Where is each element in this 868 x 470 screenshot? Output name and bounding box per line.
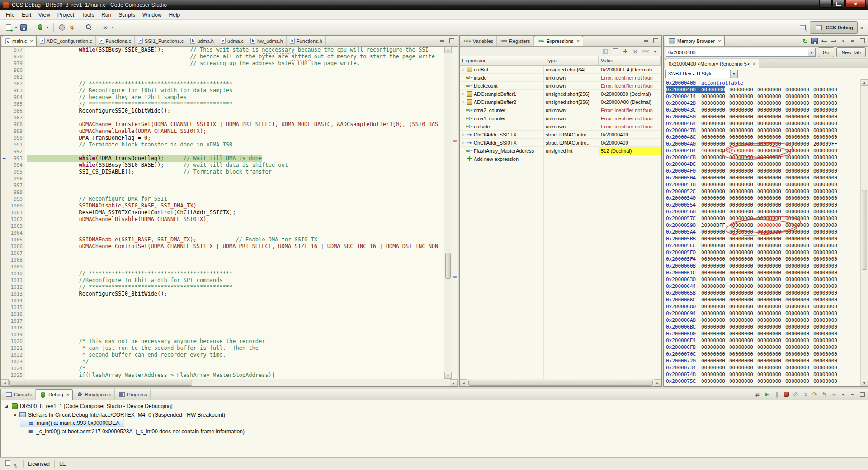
memory-word[interactable]: 00000000 [813, 161, 837, 168]
scrollbar-thumb[interactable] [468, 380, 653, 386]
memory-address[interactable]: 0x200004F0 [666, 168, 701, 174]
memory-word[interactable]: 00000000 [701, 134, 725, 141]
memory-word[interactable]: 00000000 [757, 107, 781, 113]
memory-word[interactable]: 00000000 [701, 317, 725, 324]
maximize-view-icon[interactable] [651, 37, 660, 46]
memory-word[interactable]: 00000000 [757, 269, 781, 276]
memory-word[interactable]: 00000000 [757, 120, 781, 127]
memory-word[interactable]: 00000000 [785, 86, 809, 93]
memory-word[interactable]: 00000000 [701, 86, 725, 93]
memory-word[interactable]: 00000000 [785, 290, 809, 296]
memory-address[interactable]: 0x20000400 [666, 86, 701, 93]
memory-word[interactable]: 00000000 [813, 357, 837, 364]
memory-word[interactable]: 00000000 [729, 195, 753, 202]
target-config-icon[interactable] [57, 23, 66, 32]
memory-word[interactable]: 00000000 [701, 256, 725, 263]
expressions-tab-registers[interactable]: Registers [497, 36, 533, 46]
memory-word[interactable]: 00000000 [701, 351, 725, 357]
minimize-view-icon[interactable] [642, 37, 651, 46]
memory-word[interactable]: 00000000 [701, 127, 725, 134]
overview-ruler[interactable] [452, 47, 458, 379]
memory-word[interactable]: 00000000 [701, 161, 725, 168]
close-button[interactable] [845, 0, 866, 8]
memory-word[interactable]: 00000000 [757, 141, 781, 147]
expander-icon[interactable] [461, 141, 466, 145]
memory-word[interactable]: 00000000 [785, 378, 809, 385]
memory-word[interactable]: 00000000 [813, 208, 837, 215]
memory-word[interactable]: 00000000 [757, 256, 781, 263]
memory-address[interactable]: 0x20000414 [666, 93, 701, 100]
memory-word[interactable]: 00000000 [757, 181, 781, 188]
memory-word[interactable]: 00000000 [813, 256, 837, 263]
expression-row[interactable]: ADCsampleBuffer2unsigned short[256]0x200… [460, 98, 661, 106]
memory-word[interactable]: 00000000 [813, 296, 837, 303]
memory-word[interactable]: 00000000 [785, 235, 809, 242]
memory-address[interactable]: 0x200005B8 [666, 235, 701, 242]
expression-row[interactable]: ADCsampleBuffer1unsigned short[256]0x200… [460, 90, 661, 98]
view-menu-icon[interactable] [839, 37, 848, 46]
code-editor[interactable]: while(SSIBusy(SSI0_BASE)); // This wait … [25, 47, 444, 379]
memory-address[interactable]: 0x200004DC [666, 161, 701, 168]
memory-word[interactable]: 00000000 [701, 364, 725, 371]
memory-word[interactable]: 00000000 [729, 141, 753, 147]
expressions-horizontal-scrollbar[interactable] [460, 379, 661, 386]
memory-word[interactable]: 00000000 [785, 100, 809, 107]
remove-expression-icon[interactable] [631, 47, 640, 56]
memory-word[interactable]: 00000000 [701, 120, 725, 127]
new-file-dropdown-icon[interactable] [14, 23, 18, 32]
search-icon[interactable] [84, 23, 93, 32]
close-tab-icon[interactable] [718, 39, 721, 43]
refresh-icon[interactable] [801, 37, 810, 46]
memory-address[interactable]: 0x200006F8 [666, 344, 701, 351]
expander-icon[interactable] [461, 67, 466, 71]
overview-mark-warning[interactable] [453, 140, 457, 142]
memory-word[interactable]: 00000000 [813, 113, 837, 120]
memory-word[interactable]: 00000000 [701, 195, 725, 202]
debug-tree-row[interactable]: DR500_8_rev1_1 [Code Composer Studio - D… [4, 402, 177, 410]
memory-vertical-scrollbar[interactable] [860, 79, 868, 386]
memory-address[interactable]: 0x2000052C [666, 188, 701, 195]
memory-address-input[interactable] [666, 48, 808, 56]
scroll-right-arrow[interactable] [654, 379, 661, 386]
save-memory-icon[interactable] [810, 37, 819, 46]
memory-word[interactable]: 00000000 [785, 93, 809, 100]
memory-address[interactable]: 0x20000680 [666, 303, 701, 310]
memory-word[interactable]: 00000000 [785, 168, 809, 174]
memory-address[interactable]: 0x20000540 [666, 195, 701, 202]
memory-word[interactable]: 00000000 [701, 181, 725, 188]
minimize-editor-icon[interactable] [438, 37, 447, 46]
expression-row[interactable]: outBufunsigned char[64]0x20000EE4 (Decim… [460, 66, 661, 74]
memory-word[interactable]: 00000000 [785, 263, 809, 269]
memory-word[interactable]: 00000000 [813, 93, 837, 100]
memory-word[interactable]: 00000000 [701, 242, 725, 249]
memory-word[interactable]: 00000000 [701, 324, 725, 330]
memory-word[interactable]: 00000000 [813, 174, 837, 181]
editor-tab-adc-configuration-c[interactable]: cADC_configuration.c [37, 36, 96, 46]
close-tab-icon[interactable] [576, 39, 579, 43]
memory-word[interactable]: 00000000 [757, 378, 781, 385]
memory-word[interactable]: 00000000 [757, 242, 781, 249]
memory-word[interactable]: 200009FF [813, 141, 837, 147]
memory-word[interactable]: 00000000 [757, 249, 781, 256]
memory-word[interactable]: 00000000 [701, 154, 725, 161]
memory-address[interactable]: 0x20000734 [666, 364, 701, 371]
expressions-tab-expressions[interactable]: Expressions [534, 36, 583, 46]
memory-word[interactable]: 00000000 [729, 242, 753, 249]
menu-run[interactable]: Run [98, 11, 115, 19]
memory-word[interactable]: 00000000 [729, 113, 753, 120]
memory-address[interactable]: 0x200005E0 [666, 249, 701, 256]
back-icon[interactable] [820, 37, 829, 46]
memory-word[interactable]: 00000000 [813, 324, 837, 330]
memory-word[interactable]: 00000000 [785, 134, 809, 141]
memory-word[interactable]: 00000000 [813, 235, 837, 242]
memory-word[interactable]: 00000000 [701, 188, 725, 195]
scroll-down-arrow[interactable] [861, 380, 868, 386]
memory-word[interactable]: 00000000 [729, 181, 753, 188]
memory-word[interactable]: 00000000 [701, 357, 725, 364]
memory-word[interactable]: 00000000 [701, 296, 725, 303]
memory-word[interactable]: 00000000 [785, 351, 809, 357]
scroll-left-arrow[interactable] [460, 379, 467, 386]
memory-word[interactable]: 00000000 [813, 371, 837, 378]
memory-word[interactable]: 00000000 [813, 351, 837, 357]
memory-word[interactable]: 00000000 [729, 324, 753, 330]
